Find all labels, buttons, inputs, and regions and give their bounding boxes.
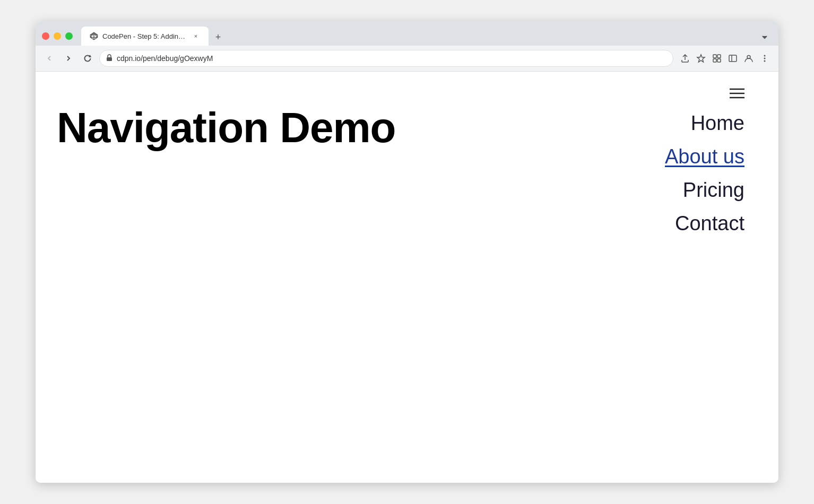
page-content: Navigation Demo Home About us Pricing	[36, 72, 778, 483]
nav-item-home[interactable]: Home	[689, 108, 747, 139]
chrome-titlebar: CodePen - Step 5: Adding a bu × +	[36, 21, 778, 46]
svg-point-17	[764, 60, 766, 62]
svg-rect-10	[713, 59, 716, 62]
nav-item-contact[interactable]: Contact	[673, 208, 747, 239]
tab-title: CodePen - Step 5: Adding a bu	[102, 32, 187, 40]
nav-link-contact[interactable]: Contact	[675, 212, 744, 234]
lock-icon	[106, 54, 112, 63]
svg-rect-8	[713, 55, 716, 58]
codepen-favicon-icon	[90, 32, 98, 40]
page-heading: Navigation Demo	[57, 103, 395, 152]
nav-item-pricing[interactable]: Pricing	[681, 175, 747, 206]
sidebar-button[interactable]	[725, 51, 740, 66]
more-options-button[interactable]	[757, 51, 772, 66]
window-controls	[42, 32, 73, 40]
svg-marker-7	[697, 55, 705, 62]
toolbar-actions	[678, 51, 772, 66]
hamburger-icon[interactable]	[730, 88, 744, 102]
nav-menu: Home About us Pricing Contact	[663, 88, 747, 239]
extensions-button[interactable]	[709, 51, 724, 66]
tab-bar: CodePen - Step 5: Adding a bu × +	[81, 27, 772, 46]
maximize-window-button[interactable]	[65, 32, 73, 40]
chrome-toolbar: cdpn.io/pen/debug/gOexwyM	[36, 46, 778, 72]
minimize-window-button[interactable]	[54, 32, 61, 40]
nav-link-home[interactable]: Home	[691, 112, 744, 134]
new-tab-button[interactable]: +	[211, 30, 226, 45]
share-button[interactable]	[678, 51, 692, 66]
back-button[interactable]	[42, 51, 57, 66]
svg-rect-6	[107, 57, 112, 61]
forward-button[interactable]	[61, 51, 76, 66]
reload-button[interactable]	[80, 51, 95, 66]
nav-link-pricing[interactable]: Pricing	[683, 179, 744, 201]
nav-link-about[interactable]: About us	[665, 145, 744, 168]
bookmark-button[interactable]	[694, 51, 708, 66]
svg-point-16	[764, 58, 766, 59]
close-window-button[interactable]	[42, 32, 49, 40]
nav-item-about[interactable]: About us	[663, 141, 747, 172]
nav-list: Home About us Pricing Contact	[663, 108, 747, 239]
svg-point-15	[764, 55, 766, 57]
url-text: cdpn.io/pen/debug/gOexwyM	[117, 54, 666, 63]
svg-rect-12	[729, 55, 737, 62]
active-tab[interactable]: CodePen - Step 5: Adding a bu ×	[81, 27, 209, 46]
svg-rect-11	[717, 59, 721, 62]
close-tab-button[interactable]: ×	[192, 32, 200, 40]
tab-dropdown-button[interactable]	[757, 30, 772, 45]
svg-rect-9	[717, 55, 721, 58]
address-bar[interactable]: cdpn.io/pen/debug/gOexwyM	[99, 50, 673, 67]
account-button[interactable]	[741, 51, 756, 66]
browser-window: CodePen - Step 5: Adding a bu × +	[36, 21, 778, 483]
